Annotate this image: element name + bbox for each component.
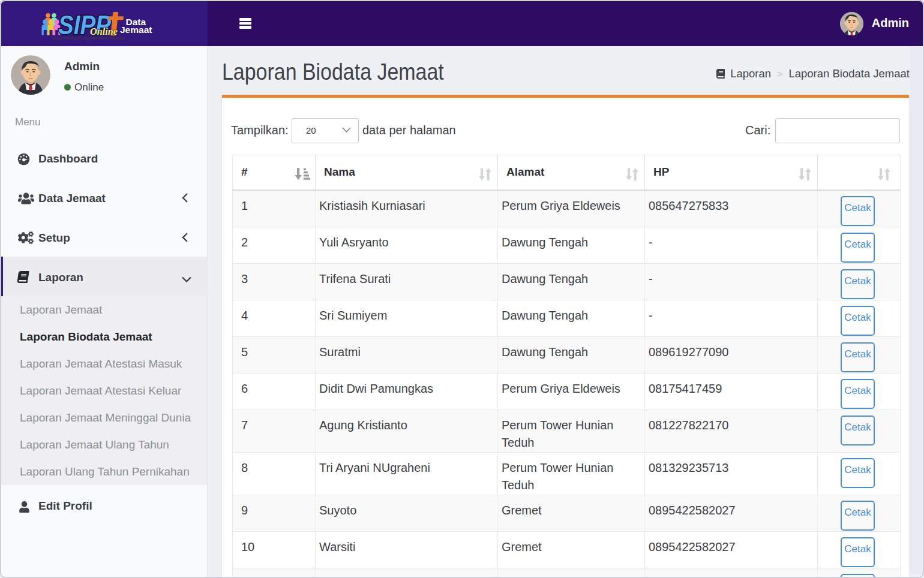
svg-text:Jemaat: Jemaat xyxy=(120,25,152,35)
svg-text:Sistem Informasi Penggembalaan: Sistem Informasi Penggembalaan & Pelayan… xyxy=(52,36,125,41)
